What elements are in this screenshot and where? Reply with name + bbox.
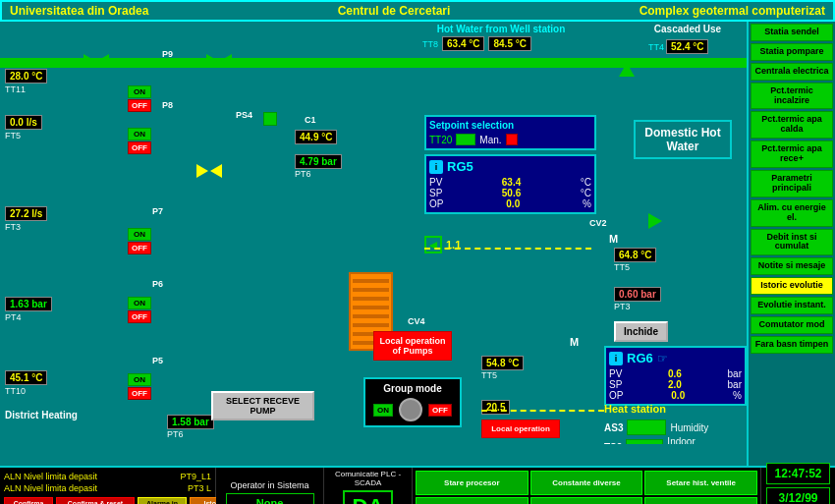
on-btn-5[interactable]: ON [128, 373, 151, 386]
sidebar-btn-1[interactable]: Statia pompare [751, 43, 833, 61]
off-btn-4[interactable]: OFF [128, 310, 151, 323]
group-off-btn[interactable]: OFF [428, 404, 452, 417]
nivele-alarme-btn[interactable]: Nivele alarme [416, 497, 529, 504]
m-label-1: M [609, 233, 618, 245]
sidebar-btn-11[interactable]: Evolutie instant. [751, 297, 833, 314]
arrow-up-1 [619, 63, 635, 77]
off-btn-2[interactable]: OFF [128, 141, 151, 154]
sidebar-btn-13[interactable]: Fara basn timpen [751, 336, 833, 354]
arrow-right-1 [648, 213, 662, 229]
tt10-instrument: 45.1 °C TT10 [5, 370, 47, 396]
sidebar-btn-0[interactable]: Statia sendel [751, 24, 833, 41]
tt5-display2: 54.8 °C TT5 [481, 356, 524, 380]
district-label: District Heating [5, 410, 78, 420]
ps4-label: PS4 [236, 110, 252, 120]
p9-label: P9 [162, 49, 173, 59]
on-btn-1[interactable]: ON [128, 85, 151, 98]
cv2-label: CV2 [589, 218, 607, 228]
indicator-11: ◀ 1.1 [424, 236, 461, 253]
ft3-instrument: 27.2 l/s FT3 [5, 206, 47, 232]
tt8-display2: 84.5 °C [488, 36, 530, 51]
header-center: Centrul de Cercetari [338, 4, 451, 18]
local-op-1: Local operation of Pumps [373, 331, 452, 361]
off-btn-5[interactable]: OFF [128, 387, 151, 400]
pump-controls-1[interactable]: ON OFF [128, 85, 151, 112]
on-btn-4[interactable]: ON [128, 297, 151, 309]
tt11-instrument: 28.0 °C TT11 [5, 69, 47, 94]
rg6-box[interactable]: i RG6 ☞ PV 0.6 bar SP 2.0 bar [604, 346, 747, 406]
local-op-2: Local operation [481, 420, 560, 438]
pump-controls-3[interactable]: ON OFF [128, 228, 151, 254]
sidebar-btn-4[interactable]: Pct.termic apa calda [751, 111, 833, 139]
ts3-row: TS3 Indoor temperature [604, 436, 747, 444]
valves-top-2 [206, 54, 232, 68]
ps4-indicator [263, 112, 277, 126]
pump-controls-4[interactable]: ON OFF [128, 297, 151, 323]
sidebar-btn-12[interactable]: Comutator mod [751, 316, 833, 334]
tt5-display1: 64.8 °C TT5 [614, 248, 656, 272]
cv4-label: CV4 [408, 316, 425, 326]
control-mot-btn[interactable]: Control mot. el. [644, 497, 757, 504]
setare-hist-btn[interactable]: Setare hist. ventile [644, 471, 757, 495]
setare-alarme-btn[interactable]: Setare alarme [530, 497, 643, 504]
constante-btn[interactable]: Constante diverse [530, 471, 643, 495]
pt6-bot-display: 1.58 bar PT6 [167, 415, 214, 439]
on-btn-3[interactable]: ON [128, 228, 151, 241]
p6-top-label: P6 [152, 279, 163, 289]
heat-station-label: Heat station [604, 403, 666, 415]
cascaded-label: Cascaded Use [648, 24, 727, 34]
sidebar-btn-6[interactable]: Parametri principali [751, 170, 833, 197]
pump-controls-5[interactable]: ON OFF [128, 373, 151, 400]
ft5-instrument: 0.0 l/s FT5 [5, 115, 42, 140]
date-display: 3/12/99 [766, 487, 830, 504]
p8-label: P8 [162, 100, 173, 110]
group-mode-box: Group mode ON OFF [363, 377, 462, 427]
tt4-display: TT4 52.4 °C [648, 39, 708, 54]
sidebar-btn-9[interactable]: Notite si mesaje [751, 257, 833, 275]
as3-indicator [627, 420, 666, 435]
c1-label: C1 [305, 115, 316, 125]
alarme-sistem-btn[interactable]: Alarme in Sistem [138, 497, 187, 504]
p7-label: P7 [152, 206, 163, 216]
inchide-button[interactable]: Inchide [614, 321, 668, 342]
header-complex: Complex geotermal computerizat [640, 4, 825, 18]
tt8-group: TT8 63.4 °C 84.5 °C [422, 36, 531, 51]
group-mode-dial[interactable] [399, 398, 422, 421]
rg5-box[interactable]: i RG5 PV 63.4 °C SP 50.6 °C OP [424, 154, 596, 214]
pump-controls-2[interactable]: ON OFF [128, 128, 151, 154]
operator-area: Operator in Sistema None [216, 468, 324, 504]
off-btn-3[interactable]: OFF [128, 242, 151, 254]
header-university: Universitatea din Oradea [10, 4, 148, 18]
time-display: 12:47:52 [766, 463, 830, 484]
operator-value: None [226, 493, 314, 505]
bottom-bar: ALN Nivel limita depasit PT9_L1 ALN Nive… [0, 466, 835, 504]
da-display: DA [343, 490, 394, 505]
dashed-setpoint [424, 248, 591, 250]
alarms-area: ALN Nivel limita depasit PT9_L1 ALN Nive… [0, 468, 216, 504]
valves-top [84, 54, 109, 68]
confirm-alarm-plc[interactable]: Confirma alarma PLC [4, 497, 53, 504]
sidebar-btn-10[interactable]: Istoric evolutie [751, 277, 833, 295]
header: Universitatea din Oradea Centrul de Cerc… [0, 0, 835, 22]
sidebar-btn-2[interactable]: Centrala electrica [751, 63, 833, 81]
stare-procesor-btn[interactable]: Stare procesor [416, 471, 529, 495]
m-label-2: M [570, 336, 579, 348]
pt3-display: 0.60 bar PT3 [614, 287, 661, 311]
pt6-mid-display: 4.79 bar PT6 [295, 154, 342, 179]
status-buttons[interactable]: Stare procesor Constante diverse Setare … [413, 468, 761, 504]
confirm-reset-btn[interactable]: Confirma & reset alarme in Sistem [56, 497, 135, 504]
tt9-display: 44.9 °C [295, 130, 337, 144]
on-btn-2[interactable]: ON [128, 128, 151, 140]
group-on-btn[interactable]: ON [373, 404, 393, 417]
hot-water-header: Hot Water from Well station [422, 24, 580, 34]
dashed-as3 [481, 410, 604, 412]
select-pump-btn[interactable]: SELECT RECEVE PUMP [211, 390, 314, 420]
off-btn-1[interactable]: OFF [128, 99, 151, 112]
ts3-indicator [626, 439, 663, 444]
sidebar-btn-7[interactable]: Alim. cu energie el. [751, 199, 833, 227]
sidebar-btn-5[interactable]: Pct.termic apa rece+ [751, 140, 833, 168]
as3-value-display: 20.5 [481, 400, 510, 415]
sidebar-btn-8[interactable]: Debit inst si cumulat [751, 229, 833, 256]
sidebar-btn-3[interactable]: Pct.termic incalzire [751, 83, 833, 110]
pipe-top [0, 58, 747, 68]
